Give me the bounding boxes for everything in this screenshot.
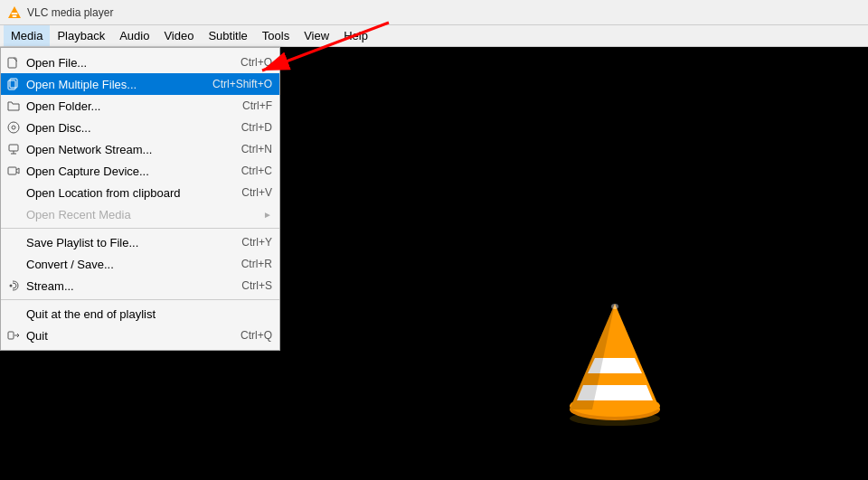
separator-2: [1, 299, 279, 300]
open-multiple-shortcut: Ctrl+Shift+O: [212, 78, 272, 90]
quit-shortcut: Ctrl+Q: [241, 329, 272, 342]
open-capture-label: Open Capture Device...: [26, 165, 223, 178]
open-capture-icon: [6, 164, 21, 178]
stream-shortcut: Ctrl+S: [241, 279, 272, 292]
vlc-cone: [561, 299, 669, 426]
title-bar: VLC media player: [0, 0, 868, 25]
save-playlist-label: Save Playlist to File...: [26, 236, 223, 249]
menu-playback[interactable]: Playback: [50, 25, 112, 46]
menu-item-stream[interactable]: Stream... Ctrl+S: [1, 275, 279, 296]
svg-point-7: [12, 126, 15, 129]
open-disc-shortcut: Ctrl+D: [241, 121, 272, 134]
convert-save-icon: [6, 257, 21, 271]
open-folder-icon: [6, 99, 21, 113]
svg-rect-1: [12, 13, 18, 14]
cone-svg: [561, 299, 669, 426]
menu-media[interactable]: Media: [4, 25, 50, 46]
open-file-shortcut: Ctrl+O: [241, 56, 272, 69]
open-disc-label: Open Disc...: [26, 121, 223, 135]
quit-icon: [6, 328, 21, 343]
menu-bar: Media Playback Audio Video Subtitle Tool…: [0, 25, 868, 47]
menu-item-open-capture[interactable]: Open Capture Device... Ctrl+C: [1, 160, 279, 182]
svg-point-22: [611, 304, 618, 309]
menu-item-convert-save[interactable]: Convert / Save... Ctrl+R: [1, 253, 279, 275]
media-dropdown: Open File... Ctrl+O Open Multiple Files.…: [0, 47, 280, 351]
vlc-icon: [7, 5, 22, 20]
svg-rect-11: [8, 167, 16, 174]
menu-item-open-multiple[interactable]: Open Multiple Files... Ctrl+Shift+O: [1, 73, 279, 95]
svg-point-12: [10, 285, 13, 287]
open-file-label: Open File...: [26, 56, 222, 70]
convert-save-shortcut: Ctrl+R: [241, 258, 272, 270]
open-file-icon: [6, 55, 21, 70]
open-folder-shortcut: Ctrl+F: [242, 99, 272, 112]
open-recent-arrow: ►: [263, 210, 272, 220]
menu-audio[interactable]: Audio: [112, 25, 156, 46]
convert-save-label: Convert / Save...: [26, 258, 223, 271]
menu-item-quit-end[interactable]: Quit at the end of playlist: [1, 303, 279, 325]
menu-item-open-network[interactable]: Open Network Stream... Ctrl+N: [1, 138, 279, 160]
quit-label: Quit: [26, 329, 222, 343]
stream-label: Stream...: [26, 279, 223, 293]
open-network-label: Open Network Stream...: [26, 143, 223, 156]
menu-tools[interactable]: Tools: [255, 25, 297, 46]
menu-item-open-folder[interactable]: Open Folder... Ctrl+F: [1, 95, 279, 117]
stream-icon: [6, 278, 21, 293]
menu-video[interactable]: Video: [156, 25, 201, 46]
open-recent-icon: [6, 207, 21, 221]
open-recent-label: Open Recent Media: [26, 208, 256, 221]
svg-rect-2: [13, 15, 17, 17]
open-disc-icon: [6, 120, 21, 135]
menu-subtitle[interactable]: Subtitle: [201, 25, 254, 46]
svg-point-6: [8, 122, 19, 133]
quit-end-label: Quit at the end of playlist: [26, 307, 272, 321]
save-playlist-icon: [6, 235, 21, 249]
save-playlist-shortcut: Ctrl+Y: [241, 236, 272, 249]
separator-1: [1, 228, 279, 229]
svg-rect-13: [8, 332, 14, 339]
quit-end-icon: [6, 306, 21, 321]
open-multiple-label: Open Multiple Files...: [26, 78, 194, 91]
menu-item-open-recent[interactable]: Open Recent Media ►: [1, 203, 279, 225]
window-title: VLC media player: [27, 6, 113, 19]
open-network-icon: [6, 142, 21, 156]
open-location-icon: [6, 185, 21, 200]
menu-help[interactable]: Help: [336, 25, 375, 46]
menu-item-open-file[interactable]: Open File... Ctrl+O: [1, 52, 279, 73]
open-location-shortcut: Ctrl+V: [241, 186, 272, 199]
open-capture-shortcut: Ctrl+C: [241, 165, 272, 177]
svg-rect-8: [9, 145, 18, 151]
open-network-shortcut: Ctrl+N: [241, 143, 272, 155]
menu-item-save-playlist[interactable]: Save Playlist to File... Ctrl+Y: [1, 231, 279, 253]
open-location-label: Open Location from clipboard: [26, 186, 223, 200]
menu-item-open-location[interactable]: Open Location from clipboard Ctrl+V: [1, 182, 279, 203]
menu-item-quit[interactable]: Quit Ctrl+Q: [1, 325, 279, 346]
open-multiple-icon: [6, 77, 21, 91]
open-folder-label: Open Folder...: [26, 99, 224, 113]
menu-view[interactable]: View: [297, 25, 336, 46]
menu-item-open-disc[interactable]: Open Disc... Ctrl+D: [1, 117, 279, 138]
